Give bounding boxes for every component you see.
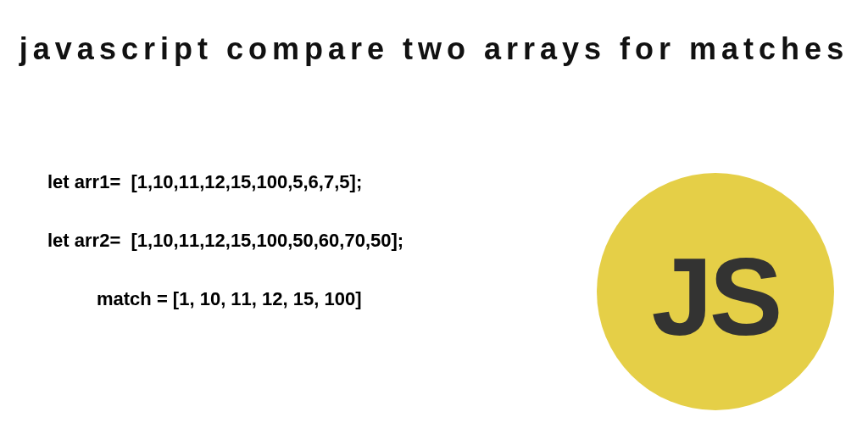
js-badge-label: JS [651, 233, 779, 360]
page-container: javascript compare two arrays for matche… [0, 0, 868, 434]
code-block: let arr1= [1,10,11,12,15,100,5,6,7,5]; l… [47, 170, 403, 312]
code-line-arr1: let arr1= [1,10,11,12,15,100,5,6,7,5]; [47, 170, 403, 196]
js-badge: JS [597, 173, 834, 410]
code-line-arr2: let arr2= [1,10,11,12,15,100,50,60,70,50… [47, 228, 403, 254]
page-title: javascript compare two arrays for matche… [0, 0, 868, 74]
code-line-match: match = [1, 10, 11, 12, 15, 100] [47, 287, 403, 313]
